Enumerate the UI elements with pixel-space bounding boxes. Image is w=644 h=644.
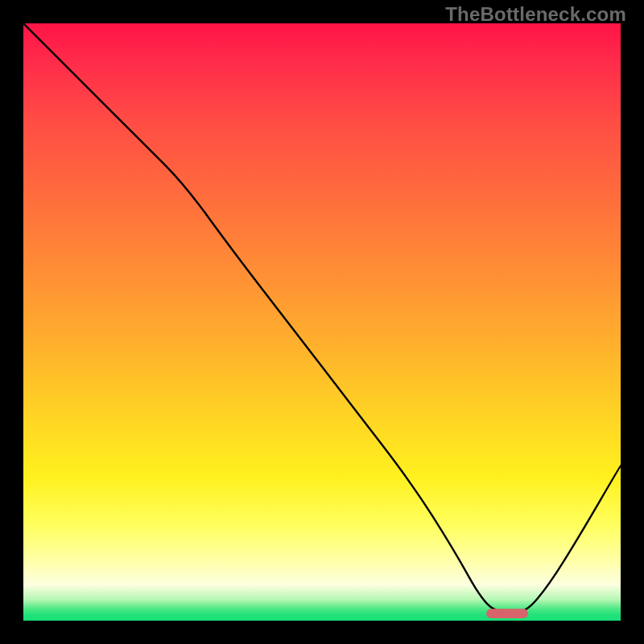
chart-overlay	[23, 23, 621, 621]
bottleneck-curve	[23, 23, 621, 613]
plot-area	[23, 23, 621, 621]
chart-frame: TheBottleneck.com	[0, 0, 644, 644]
optimal-marker	[486, 609, 528, 618]
watermark-text: TheBottleneck.com	[445, 3, 626, 26]
